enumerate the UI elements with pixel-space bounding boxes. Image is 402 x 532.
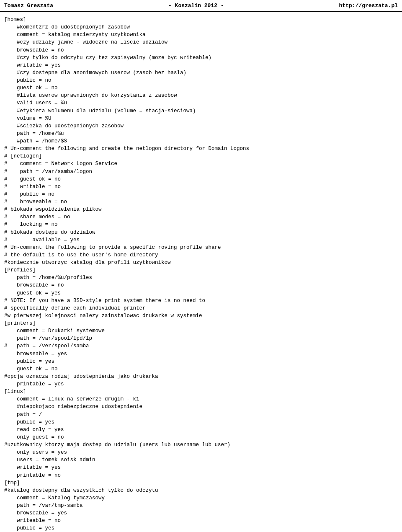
header-author: Tomasz Greszata — [4, 3, 53, 9]
code-content: [homes] #komentzrz do udostepnionych zas… — [0, 12, 402, 532]
header-title: - Koszalin 2012 - — [168, 3, 224, 9]
page-header: Tomasz Greszata - Koszalin 2012 - http:/… — [0, 0, 402, 12]
header-url: http://greszata.pl — [339, 3, 398, 9]
